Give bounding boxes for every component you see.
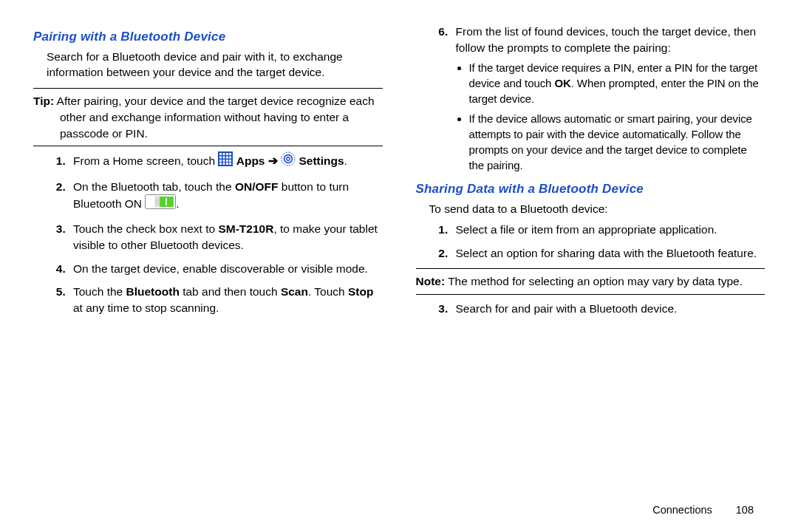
svg-rect-15 <box>226 163 228 165</box>
share-step-3: Search for and pair with a Bluetooth dev… <box>451 301 765 317</box>
svg-rect-5 <box>219 157 222 159</box>
step-text: at any time to stop scanning. <box>73 301 219 314</box>
step-text: Select an option for sharing data with t… <box>456 247 757 259</box>
intro-sharing: To send data to a Bluetooth device: <box>429 201 765 217</box>
step-text: Touch the <box>73 285 126 298</box>
step-6: From the list of found devices, touch th… <box>451 24 765 173</box>
tip-block: Tip: After pairing, your device and the … <box>33 93 383 141</box>
note-body: The method for selecting an option may v… <box>445 275 743 287</box>
svg-point-17 <box>282 152 295 166</box>
svg-rect-11 <box>226 160 228 162</box>
svg-rect-13 <box>219 163 222 165</box>
svg-rect-4 <box>229 153 231 155</box>
left-column: Pairing with a Bluetooth Device Search f… <box>33 22 383 517</box>
svg-point-19 <box>287 157 290 160</box>
svg-rect-2 <box>223 153 225 155</box>
svg-rect-7 <box>226 157 228 159</box>
note-block: Note: The method for selecting an option… <box>416 273 765 290</box>
step-end: . <box>176 197 179 210</box>
step-2: On the Bluetooth tab, touch the ON/OFF b… <box>69 179 383 214</box>
steps-sharing-cont: Search for and pair with a Bluetooth dev… <box>416 301 765 317</box>
share-step-2: Select an option for sharing data with t… <box>451 245 765 262</box>
onoff-label: ON/OFF <box>235 180 279 193</box>
right-column: From the list of found devices, touch th… <box>416 22 765 517</box>
step-3: Touch the check box next to SM-T210R, to… <box>69 221 383 253</box>
substeps: If the target device requires a PIN, ent… <box>456 60 765 173</box>
heading-pairing: Pairing with a Bluetooth Device <box>33 28 383 46</box>
footer-section: Connections <box>652 504 712 516</box>
divider <box>416 268 765 269</box>
tip-label: Tip: <box>33 95 54 107</box>
step-text: tab and then touch <box>180 285 281 298</box>
svg-rect-3 <box>226 153 228 155</box>
scan-label: Scan <box>281 285 308 298</box>
step-text: On the Bluetooth tab, touch the <box>73 180 235 193</box>
step-1: From a Home screen, touch Apps ➔ Setting… <box>69 152 383 171</box>
bullet-text: If the device allows automatic or smart … <box>469 112 752 171</box>
svg-rect-12 <box>229 160 231 162</box>
toggle-on-icon <box>145 194 176 214</box>
heading-sharing: Sharing Data with a Bluetooth Device <box>416 180 765 198</box>
step-5: Touch the Bluetooth tab and then touch S… <box>69 284 383 316</box>
step-text: From a Home screen, touch <box>73 154 218 167</box>
settings-gear-icon <box>281 151 296 171</box>
step-text: From the list of found devices, touch th… <box>456 25 757 54</box>
tip-text: Tip: After pairing, your device and the … <box>33 93 383 141</box>
step-text: . Touch <box>308 285 348 298</box>
svg-rect-22 <box>155 197 160 207</box>
bullet-auto: If the device allows automatic or smart … <box>469 111 765 173</box>
svg-rect-10 <box>223 160 225 162</box>
bullet-pin: If the target device requires a PIN, ent… <box>469 60 765 106</box>
svg-rect-8 <box>229 157 231 159</box>
divider <box>33 88 383 89</box>
steps-pairing: From a Home screen, touch Apps ➔ Setting… <box>33 152 383 316</box>
divider <box>416 294 765 295</box>
ok-label: OK <box>554 77 570 89</box>
share-step-1: Select a file or item from an appropriat… <box>451 222 765 238</box>
stop-label: Stop <box>348 285 373 298</box>
svg-rect-6 <box>223 157 225 159</box>
arrow-icon: ➔ <box>268 154 278 167</box>
footer-page-number: 108 <box>736 502 754 517</box>
divider <box>33 146 383 146</box>
bluetooth-label: Bluetooth <box>126 285 180 298</box>
intro-pairing: Search for a Bluetooth device and pair w… <box>47 49 383 81</box>
svg-rect-14 <box>223 163 225 165</box>
tip-body: After pairing, your device and the targe… <box>54 95 374 139</box>
svg-rect-16 <box>229 163 231 165</box>
step-text: Search for and pair with a Bluetooth dev… <box>456 302 678 315</box>
steps-sharing: Select a file or item from an appropriat… <box>416 222 765 261</box>
note-label: Note: <box>416 275 446 287</box>
svg-rect-1 <box>219 153 222 155</box>
note-text: Note: The method for selecting an option… <box>416 273 765 290</box>
steps-pairing-cont: From the list of found devices, touch th… <box>416 24 765 173</box>
svg-point-18 <box>284 155 293 163</box>
model-label: SM-T210R <box>218 222 273 235</box>
step-text: On the target device, enable discoverabl… <box>73 262 368 275</box>
apps-grid-icon <box>218 151 233 171</box>
svg-rect-9 <box>219 160 222 162</box>
step-end: . <box>344 154 347 167</box>
apps-label: Apps <box>236 154 268 167</box>
step-text: Select a file or item from an appropriat… <box>456 223 717 236</box>
page-footer: Connections 108 <box>652 502 754 517</box>
step-text: Touch the check box next to <box>73 222 218 235</box>
settings-label: Settings <box>299 154 344 167</box>
step-4: On the target device, enable discoverabl… <box>69 261 383 277</box>
